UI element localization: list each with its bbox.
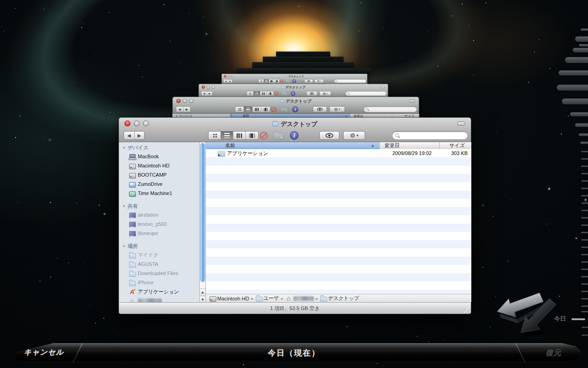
list-view-button[interactable] — [221, 132, 233, 139]
timeline-bar[interactable] — [562, 98, 588, 104]
timeline-bar[interactable] — [565, 57, 588, 63]
timeline-bar[interactable] — [581, 29, 588, 31]
window-title: デスクトップ — [173, 98, 419, 104]
timeline-tick[interactable] — [581, 311, 588, 312]
sidebar-item[interactable]: Macintosh HD — [119, 161, 199, 170]
column-view-button[interactable] — [233, 132, 246, 139]
sidebar-item[interactable]: マイドク — [119, 250, 199, 259]
star — [555, 50, 556, 50]
timeline-tick[interactable] — [581, 254, 588, 255]
star — [482, 267, 483, 268]
timeline-tick[interactable] — [581, 269, 588, 270]
timeline-tick[interactable] — [581, 239, 588, 241]
timeline-tick[interactable] — [581, 261, 588, 263]
timeline-bar[interactable] — [579, 133, 588, 136]
star — [534, 52, 535, 52]
finder-window[interactable]: デスクトップ ◀ ▶ i — [119, 117, 471, 314]
timeline-bar[interactable] — [570, 112, 588, 116]
icon-view-button[interactable] — [209, 132, 221, 139]
timeline-tick[interactable] — [581, 276, 588, 277]
sidebar-scrollbar[interactable]: ▲ ▼ — [199, 142, 206, 303]
timeline-bar[interactable] — [573, 48, 588, 52]
folder-icon — [285, 75, 288, 77]
scroll-up-button[interactable]: ▲ — [200, 288, 205, 296]
sidebar-item-label: lenovo_g560 — [138, 221, 167, 227]
scrollbar-thumb[interactable] — [200, 143, 205, 282]
restore-button[interactable]: 復元 — [546, 348, 561, 358]
timeline-tick[interactable] — [581, 217, 588, 218]
timeline-tick[interactable] — [581, 298, 588, 299]
window-titlebar[interactable]: デスクトップ ◀ ▶ i — [119, 118, 471, 142]
timeline-tick[interactable] — [581, 158, 588, 160]
star — [50, 276, 51, 277]
quick-look-button[interactable] — [319, 131, 339, 140]
column-header-size[interactable]: サイズ — [439, 142, 471, 149]
sidebar-item[interactable]: airstation — [119, 210, 199, 219]
timeline-tick[interactable] — [581, 283, 588, 285]
zumodrive-icon — [129, 181, 135, 187]
sidebar-section-header[interactable]: ▼デバイス — [119, 144, 199, 152]
sidebar-item[interactable]: Time Machine1 — [119, 189, 199, 198]
back-forward-control: ◀▶ — [224, 79, 232, 83]
back-forward-control[interactable]: ◀ ▶ — [124, 131, 145, 140]
star — [146, 340, 147, 341]
path-item[interactable]: ユーザ — [256, 295, 279, 302]
path-item[interactable]: ⌂ — [286, 295, 314, 301]
path-item[interactable]: デスクトップ — [320, 295, 359, 302]
timeline-bar[interactable] — [575, 123, 588, 127]
sidebar-item[interactable]: MacBook — [119, 152, 199, 161]
timeline-tick[interactable] — [581, 195, 588, 196]
timeline-tick[interactable] — [581, 202, 588, 204]
back-icon[interactable]: ◀ — [124, 132, 135, 139]
burn-icon-disabled — [274, 92, 279, 96]
info-icon[interactable]: i — [290, 131, 299, 140]
timeline-tick[interactable] — [581, 188, 588, 189]
file-list[interactable]: アプリケーション2009/08/29 19:02303 KB — [206, 149, 471, 295]
timeline-tick[interactable] — [581, 173, 588, 174]
timeline-tick[interactable] — [582, 334, 588, 336]
timeline-tick[interactable] — [581, 224, 588, 226]
timeline-bar[interactable] — [575, 36, 588, 42]
timeline-tick[interactable] — [581, 210, 588, 211]
sidebar-item[interactable]: lenovo_g560 — [119, 219, 199, 229]
sidebar-item[interactable]: Downloaded Files — [119, 269, 199, 278]
sidebar-item[interactable]: BOOTCAMP — [119, 170, 199, 179]
column-header-name[interactable]: 名前 ▲ — [206, 142, 379, 149]
sidebar-section-header[interactable]: ▼場所 — [119, 242, 199, 250]
timeline-bar[interactable] — [580, 142, 588, 144]
tmdisk-icon — [129, 190, 135, 196]
path-item[interactable]: Macintosh HD — [209, 295, 249, 301]
sidebar-item[interactable]: iPhone — [119, 278, 199, 287]
folder-icon — [272, 122, 278, 126]
star — [561, 133, 562, 134]
display-icon — [129, 221, 135, 227]
timeline-bar[interactable] — [579, 44, 588, 46]
timeline-tick[interactable] — [581, 291, 588, 292]
file-row[interactable]: アプリケーション2009/08/29 19:02303 KB — [206, 149, 471, 157]
resize-grip[interactable] — [464, 307, 470, 313]
timeline-tick[interactable] — [582, 327, 588, 328]
star — [377, 363, 377, 364]
timeline-tick[interactable] — [581, 232, 588, 233]
timeline-tick[interactable] — [581, 151, 588, 152]
toolbar-toggle-button[interactable] — [457, 121, 465, 126]
forward-icon[interactable]: ▶ — [135, 132, 145, 139]
column-header-modified[interactable]: 変更日 — [379, 142, 439, 149]
timeline-today-tick[interactable] — [571, 318, 585, 320]
timeline-bar[interactable] — [559, 70, 588, 75]
sidebar-item[interactable]: liloneupe — [119, 229, 199, 238]
sidebar-item[interactable]: ZumoDrive — [119, 179, 199, 189]
timeline-tick[interactable] — [581, 247, 588, 248]
timeline-tick[interactable] — [581, 166, 588, 167]
sidebar-section-header[interactable]: ▼共有 — [119, 202, 199, 210]
timeline-tick[interactable] — [581, 180, 588, 182]
window-titlebar: デスクトップ ◀▶ i ⚙▾ — [198, 84, 388, 97]
sidebar-item[interactable]: Aアプリケーション — [119, 287, 199, 296]
sidebar-item[interactable]: AGUSTA — [119, 259, 199, 269]
action-button[interactable]: ⚙ ▾ — [343, 131, 365, 140]
search-field[interactable] — [392, 131, 468, 140]
coverflow-view-button[interactable] — [246, 132, 258, 139]
search-input[interactable] — [401, 132, 465, 139]
timeline-tick[interactable] — [581, 305, 588, 307]
timeline-bar[interactable] — [557, 85, 588, 91]
